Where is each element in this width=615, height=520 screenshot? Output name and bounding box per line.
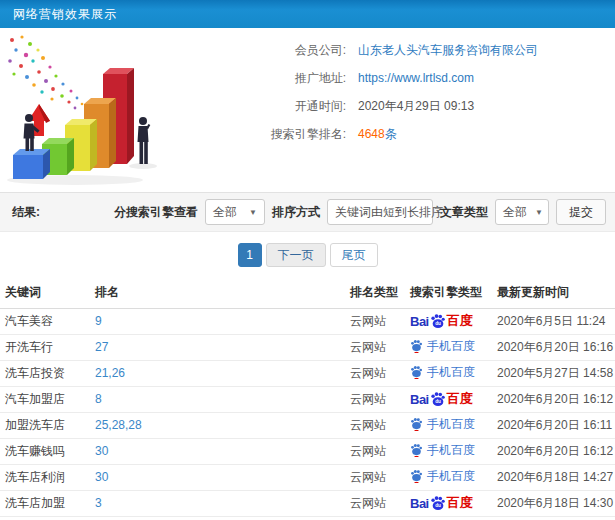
- app-window: 网络营销效果展示: [0, 0, 615, 520]
- member-company-label: 会员公司:: [188, 42, 346, 59]
- rank-type-cell: 云网站: [345, 334, 405, 360]
- next-page-button[interactable]: 下一页: [266, 243, 326, 267]
- chevron-down-icon: ▼: [535, 208, 543, 217]
- baidu-logo-chinese: 百度: [447, 390, 473, 408]
- updated-cell: 2020年6月18日 14:27: [492, 464, 615, 490]
- mobile-baidu-logo: 手机百度: [410, 442, 475, 459]
- baidu-logo-latin: Bai: [410, 392, 429, 407]
- engine-ranking-row: 搜索引擎排名: 4648条: [188, 120, 615, 148]
- engine-filter-value: 全部: [213, 204, 237, 221]
- engine-cell: 手机百度: [405, 334, 492, 360]
- col-header-updated: 最新更新时间: [492, 278, 615, 308]
- rank-type-cell: 云网站: [345, 490, 405, 516]
- table-row: 加盟洗车店 25,28,28 云网站 手机百度 2020年6月20日 16:11: [0, 412, 615, 438]
- engine-cell: 手机百度: [405, 412, 492, 438]
- rank-cell[interactable]: 25,28,28: [90, 412, 345, 438]
- keyword-cell: 汽车美容: [0, 308, 90, 334]
- keyword-cell: 洗车店投资: [0, 360, 90, 386]
- mobile-baidu-label: 手机百度: [427, 364, 475, 381]
- baidu-logo-latin: Bai: [410, 314, 429, 329]
- updated-cell: 2020年6月18日 14:30: [492, 490, 615, 516]
- rank-type-cell: 云网站: [345, 464, 405, 490]
- open-time-value: 2020年4月29日 09:13: [358, 98, 474, 115]
- sort-mode-value: 关键词由短到长排序: [335, 204, 443, 221]
- submit-button[interactable]: 提交: [556, 199, 606, 225]
- confetti-dots: [8, 35, 83, 109]
- keyword-cell: 汽车加盟店: [0, 386, 90, 412]
- mobile-baidu-label: 手机百度: [427, 416, 475, 433]
- updated-cell: 2020年6月20日 16:16: [492, 334, 615, 360]
- svg-text:du: du: [435, 321, 441, 326]
- page-title: 网络营销效果展示: [13, 6, 117, 23]
- baidu-logo-chinese: 百度: [447, 494, 473, 512]
- updated-cell: 2020年6月20日 16:11: [492, 412, 615, 438]
- mobile-baidu-paw-icon: [410, 443, 423, 457]
- baidu-paw-icon: du: [430, 391, 446, 407]
- baidu-logo-latin: Bai: [410, 496, 429, 511]
- updated-cell: 2020年6月5日 11:24: [492, 308, 615, 334]
- ranking-count-number: 4648: [358, 127, 385, 141]
- engine-filter-select[interactable]: 全部 ▼: [205, 199, 265, 225]
- rank-type-cell: 云网站: [345, 360, 405, 386]
- keyword-cell: 加盟洗车店: [0, 412, 90, 438]
- updated-cell: 2020年6月20日 16:12: [492, 438, 615, 464]
- keyword-cell: 洗车店利润: [0, 464, 90, 490]
- ranking-table-body: 汽车美容 9 云网站 Bai du 百度 2020年6月5日 11:24 开洗车…: [0, 308, 615, 516]
- table-row: 洗车店加盟 3 云网站 Bai du 百度 2020年6月18日 14:30: [0, 490, 615, 516]
- baidu-logo: Bai du 百度: [410, 390, 473, 408]
- col-header-rank-type: 排名类型: [345, 278, 405, 308]
- filter-controls: 分搜索引擎查看 全部 ▼ 排序方式 关键词由短到长排序 ▼ 文章类型 全部 ▼ …: [114, 199, 606, 225]
- rank-cell[interactable]: 21,26: [90, 360, 345, 386]
- keyword-cell: 开洗车行: [0, 334, 90, 360]
- businessman-right: [138, 117, 151, 164]
- sort-mode-select[interactable]: 关键词由短到长排序 ▼: [327, 199, 433, 225]
- mobile-baidu-paw-icon: [410, 469, 423, 483]
- mobile-baidu-logo: 手机百度: [410, 468, 475, 485]
- article-type-label: 文章类型: [440, 204, 488, 221]
- baidu-logo: Bai du 百度: [410, 312, 473, 330]
- rank-cell[interactable]: 8: [90, 386, 345, 412]
- engine-ranking-value: 4648条: [358, 126, 397, 143]
- rank-type-cell: 云网站: [345, 308, 405, 334]
- mobile-baidu-paw-icon: [410, 417, 423, 431]
- keyword-cell: 洗车店加盟: [0, 490, 90, 516]
- engine-cell: 手机百度: [405, 438, 492, 464]
- page-1-button[interactable]: 1: [238, 243, 262, 267]
- rank-type-cell: 云网站: [345, 412, 405, 438]
- mobile-baidu-paw-icon: [410, 365, 423, 379]
- open-time-label: 开通时间:: [188, 98, 346, 115]
- table-row: 汽车美容 9 云网站 Bai du 百度 2020年6月5日 11:24: [0, 308, 615, 334]
- rank-cell[interactable]: 3: [90, 490, 345, 516]
- company-info-rows: 会员公司: 山东老人头汽车服务咨询有限公司 推广地址: https://www.…: [188, 28, 615, 192]
- table-row: 洗车店投资 21,26 云网站 手机百度 2020年5月27日 14:58: [0, 360, 615, 386]
- mobile-baidu-logo: 手机百度: [410, 338, 475, 355]
- mobile-baidu-paw-icon: [410, 339, 423, 353]
- mobile-baidu-label: 手机百度: [427, 468, 475, 485]
- company-info-section: 会员公司: 山东老人头汽车服务咨询有限公司 推广地址: https://www.…: [0, 28, 615, 192]
- article-type-select[interactable]: 全部 ▼: [495, 199, 549, 225]
- rank-type-cell: 云网站: [345, 386, 405, 412]
- rank-cell[interactable]: 30: [90, 464, 345, 490]
- bar-chart-image: [0, 28, 188, 192]
- chevron-down-icon: ▼: [249, 208, 257, 217]
- last-page-button[interactable]: 尾页: [330, 243, 378, 267]
- promo-url-label: 推广地址:: [188, 70, 346, 87]
- engine-cell: Bai du 百度: [405, 490, 492, 516]
- filter-bar: 结果: 分搜索引擎查看 全部 ▼ 排序方式 关键词由短到长排序 ▼ 文章类型 全…: [0, 192, 615, 232]
- baidu-paw-icon: du: [430, 313, 446, 329]
- growth-bar-chart-illustration: [0, 28, 188, 192]
- ranking-count-unit[interactable]: 条: [385, 127, 397, 141]
- sort-mode-label: 排序方式: [272, 204, 320, 221]
- article-type-value: 全部: [503, 204, 527, 221]
- rank-cell[interactable]: 30: [90, 438, 345, 464]
- pagination: 1 下一页 尾页: [0, 232, 615, 278]
- engine-cell: 手机百度: [405, 464, 492, 490]
- rank-cell[interactable]: 27: [90, 334, 345, 360]
- member-company-link[interactable]: 山东老人头汽车服务咨询有限公司: [358, 42, 538, 59]
- col-header-engine-type: 搜索引擎类型: [405, 278, 492, 308]
- rank-cell[interactable]: 9: [90, 308, 345, 334]
- mobile-baidu-label: 手机百度: [427, 338, 475, 355]
- member-company-row: 会员公司: 山东老人头汽车服务咨询有限公司: [188, 36, 615, 64]
- promo-url-link[interactable]: https://www.lrtlsd.com: [358, 71, 474, 85]
- svg-text:du: du: [435, 399, 441, 404]
